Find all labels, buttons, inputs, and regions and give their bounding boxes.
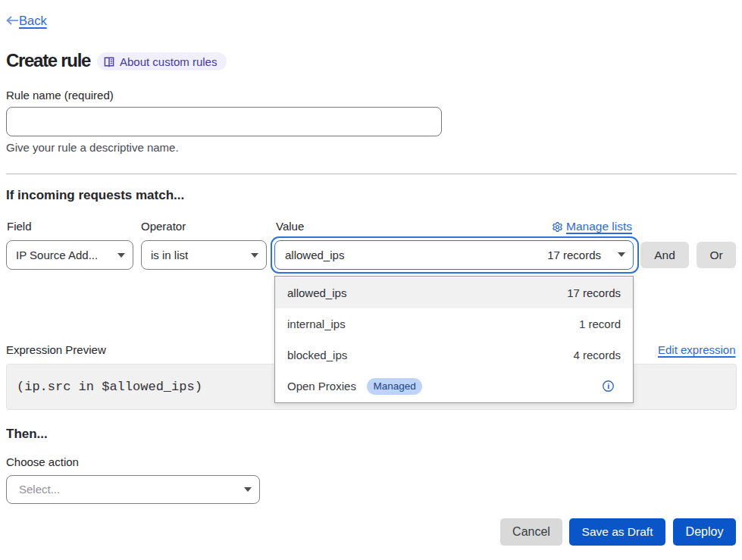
svg-text:i: i [607,381,609,390]
